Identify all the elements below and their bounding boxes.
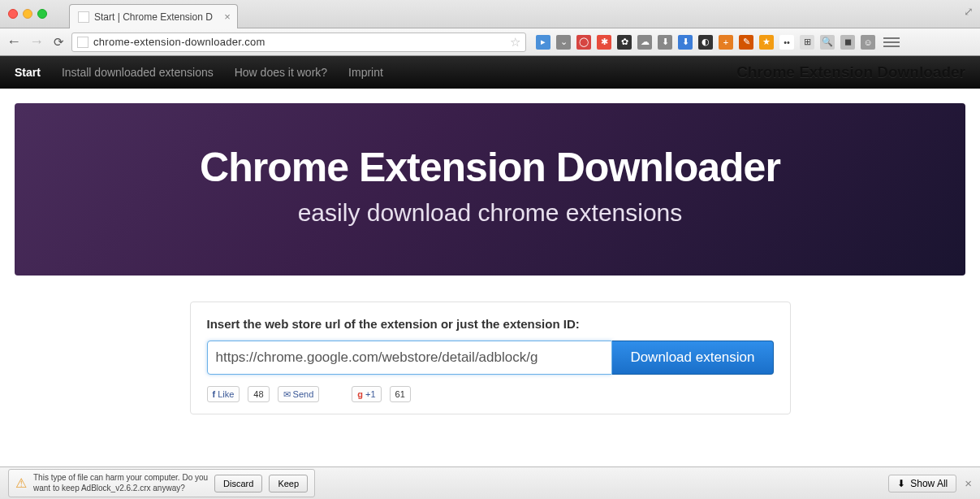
download-arrow-icon: ⬇ — [897, 478, 905, 489]
window-maximize-button[interactable] — [37, 9, 47, 19]
send-icon: ✉ — [283, 389, 291, 400]
extension-icon[interactable]: ✿ — [617, 35, 632, 50]
warning-icon: ⚠ — [15, 475, 27, 491]
site-navbar: StartInstall downloaded extensionsHow do… — [0, 56, 980, 89]
download-card: Insert the web store url of the extensio… — [190, 302, 791, 414]
gplus-label: +1 — [365, 389, 376, 399]
fb-like-label: Like — [218, 389, 234, 399]
fb-send-button[interactable]: ✉ Send — [278, 386, 320, 402]
site-brand: Chrome Extension Downloader — [736, 63, 965, 81]
gplus-icon: g — [357, 389, 363, 399]
form-label: Insert the web store url of the extensio… — [207, 317, 774, 331]
extension-icon[interactable]: 🔍 — [820, 35, 835, 50]
input-row: Download extension — [207, 341, 774, 375]
hero-subtitle: easily download chrome extensions — [31, 199, 949, 227]
nav-item-how-does-it-work-[interactable]: How does it work? — [235, 58, 327, 87]
download-button[interactable]: Download extension — [612, 341, 773, 375]
extension-icon[interactable]: ◯ — [576, 35, 591, 50]
chrome-menu-button[interactable] — [883, 37, 900, 47]
extension-icon[interactable]: ✎ — [739, 35, 753, 50]
nav-item-start[interactable]: Start — [15, 58, 41, 87]
tab-close-icon[interactable]: × — [224, 11, 231, 23]
extension-icon[interactable]: •• — [779, 35, 794, 50]
show-all-label: Show All — [910, 478, 948, 489]
hero-section: Chrome Extension Downloader easily downl… — [0, 89, 980, 290]
extension-icon[interactable]: ★ — [759, 35, 774, 50]
extension-url-input[interactable] — [207, 341, 613, 375]
show-all-downloads-button[interactable]: ⬇ Show All — [888, 475, 956, 492]
fb-like-button[interactable]: f Like — [207, 386, 240, 402]
fb-like-count: 48 — [248, 386, 269, 402]
extension-icon[interactable]: ⬇ — [678, 35, 693, 50]
social-row: f Like 48 ✉ Send g +1 61 — [207, 386, 774, 402]
extension-icons-row: ▸⌄◯✱✿☁⬇⬇◐+✎★••⊞🔍◼☺ — [536, 35, 875, 50]
extension-icon[interactable]: ▸ — [536, 35, 550, 50]
window-minimize-button[interactable] — [23, 9, 32, 19]
forward-button[interactable]: → — [28, 33, 45, 50]
extension-icon[interactable]: ☁ — [637, 35, 652, 50]
back-button[interactable]: ← — [5, 33, 23, 50]
extension-icon[interactable]: ◼ — [840, 35, 855, 50]
browser-titlebar: Start | Chrome Extension D × ⤢ — [0, 0, 980, 28]
gplus-button[interactable]: g +1 — [352, 386, 381, 402]
downloads-bar: ⚠ This type of file can harm your comput… — [0, 466, 980, 499]
extension-icon[interactable]: + — [719, 35, 733, 50]
extension-icon[interactable]: ✱ — [597, 35, 611, 50]
warning-line1: This type of file can harm your computer… — [33, 473, 208, 484]
download-item: ⚠ This type of file can harm your comput… — [8, 469, 315, 497]
reload-button[interactable]: ⟳ — [50, 35, 67, 50]
url-text: chrome-extension-downloader.com — [93, 36, 507, 48]
facebook-icon: f — [213, 389, 216, 399]
keep-button[interactable]: Keep — [269, 475, 308, 492]
fb-send-label: Send — [293, 389, 314, 399]
discard-button[interactable]: Discard — [214, 475, 262, 492]
fullscreen-icon[interactable]: ⤢ — [964, 5, 974, 18]
nav-item-install-downloaded-extensions[interactable]: Install downloaded extensions — [62, 58, 214, 87]
tab-title: Start | Chrome Extension D — [94, 11, 213, 23]
page-favicon — [77, 37, 89, 48]
download-warning-text: This type of file can harm your computer… — [33, 473, 208, 493]
tab-favicon — [78, 11, 89, 23]
close-downloads-bar-button[interactable]: × — [965, 476, 972, 490]
extension-icon[interactable]: ◐ — [698, 35, 713, 50]
browser-toolbar: ← → ⟳ chrome-extension-downloader.com ☆ … — [0, 28, 980, 56]
hero-title: Chrome Extension Downloader — [31, 144, 949, 191]
nav-item-imprint[interactable]: Imprint — [348, 58, 383, 87]
extension-icon[interactable]: ⌄ — [556, 35, 571, 50]
extension-icon[interactable]: ⊞ — [800, 35, 814, 50]
bookmark-star-icon[interactable]: ☆ — [510, 35, 520, 50]
warning-line2: want to keep AdBlock_v2.6.2.crx anyway? — [33, 484, 208, 494]
address-bar[interactable]: chrome-extension-downloader.com ☆ — [71, 33, 526, 52]
window-controls — [8, 9, 47, 19]
gplus-count: 61 — [390, 386, 411, 402]
browser-tab[interactable]: Start | Chrome Extension D × — [69, 4, 238, 28]
hero-banner: Chrome Extension Downloader easily downl… — [15, 103, 965, 276]
window-close-button[interactable] — [8, 9, 18, 19]
extension-icon[interactable]: ☺ — [861, 35, 875, 50]
extension-icon[interactable]: ⬇ — [658, 35, 672, 50]
